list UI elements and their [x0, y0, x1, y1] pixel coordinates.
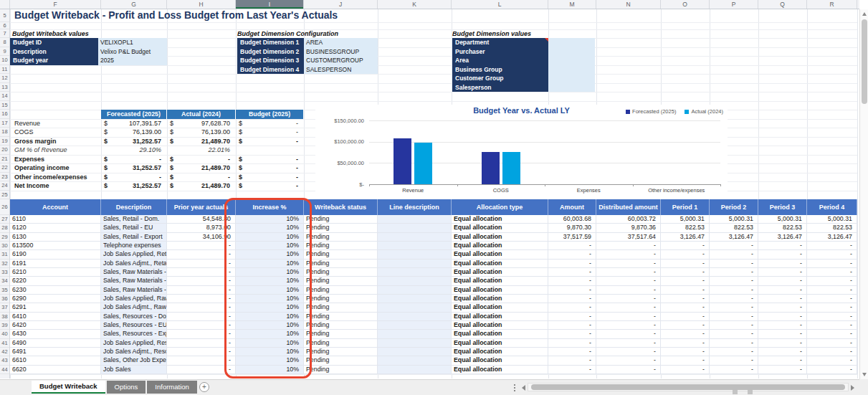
row-header[interactable]: 9 [0, 47, 9, 57]
row-header[interactable]: 32 [0, 260, 9, 268]
cell-period-4[interactable]: - [807, 339, 857, 348]
cell-description[interactable]: Sales, Resources - Dom [101, 313, 167, 321]
cell-prior-year[interactable]: - [167, 242, 236, 250]
summary-header-budget[interactable]: Budget (2025) [236, 110, 304, 119]
summary-budget-cell[interactable] [236, 146, 304, 155]
cell-increase[interactable]: 10% [236, 277, 304, 285]
cell-period-1[interactable]: - [661, 339, 710, 348]
row-header[interactable]: 42 [0, 348, 9, 356]
cell-description[interactable]: Sales, Retail - Dom. [101, 215, 167, 224]
cell-account[interactable]: 6220 [10, 277, 101, 285]
scroll-left-icon[interactable] [522, 385, 525, 391]
cell-distributed-amount[interactable]: - [596, 295, 661, 303]
cell-writeback-status[interactable]: Pending [304, 313, 378, 321]
cell-line-description[interactable] [378, 303, 452, 312]
cell-allocation-type[interactable]: Equal allocation [452, 348, 548, 356]
cell-line-description[interactable] [378, 356, 452, 365]
cell-period-2[interactable]: - [710, 303, 758, 312]
cell-period-3[interactable]: - [758, 295, 807, 303]
col-header-period-1[interactable]: Period 1 [661, 199, 710, 215]
cell-account[interactable]: 6491 [10, 348, 101, 356]
cell-period-1[interactable]: - [661, 330, 710, 338]
cell-period-3[interactable]: 822.53 [758, 224, 807, 232]
cell-distributed-amount[interactable]: - [596, 321, 661, 330]
cell-period-3[interactable]: - [758, 339, 807, 348]
cell-amount[interactable]: - [548, 242, 596, 250]
cell-prior-year[interactable]: - [167, 313, 236, 321]
cell-allocation-type[interactable]: Equal allocation [452, 356, 548, 365]
cell-description[interactable]: Job Sales [101, 366, 167, 374]
cell-account[interactable]: 6110 [10, 215, 101, 224]
cell-period-2[interactable]: - [710, 348, 758, 356]
cell-writeback-status[interactable]: Pending [304, 215, 378, 224]
cell-period-2[interactable]: - [710, 277, 758, 285]
summary-forecast-cell[interactable]: $31,252.57 [101, 181, 167, 191]
column-header[interactable]: L [452, 0, 548, 9]
field-value-cell[interactable]: SALESPERSON [304, 65, 378, 75]
cell-line-description[interactable] [378, 250, 452, 259]
section-title-dimension-config[interactable]: Budget Dimension Configuration [237, 30, 338, 38]
dimension-value-input-cell[interactable] [548, 47, 595, 57]
column-header[interactable]: G [101, 0, 167, 9]
cell-line-description[interactable] [378, 260, 452, 268]
col-header-allocation-type[interactable]: Allocation type [452, 199, 548, 215]
row-header[interactable]: 30 [0, 242, 9, 250]
cell-increase[interactable]: 10% [236, 215, 304, 224]
cell-prior-year[interactable]: - [167, 250, 236, 259]
cell-writeback-status[interactable]: Pending [304, 250, 378, 259]
cell-increase[interactable]: 10% [236, 313, 304, 321]
cell-period-4[interactable]: - [807, 242, 857, 250]
field-label-cell[interactable]: Budget Dimension 2 [237, 47, 304, 57]
cell-period-4[interactable]: - [807, 260, 857, 268]
cell-increase[interactable]: 10% [236, 356, 304, 365]
column-header[interactable]: N [596, 0, 661, 9]
summary-row-label[interactable]: COGS [10, 128, 101, 137]
row-header[interactable]: 19 [0, 137, 9, 146]
cell-line-description[interactable] [378, 268, 452, 277]
summary-row-label[interactable]: Other income/expenses [10, 173, 101, 182]
row-header[interactable]: 28 [0, 224, 9, 232]
sheet-tab[interactable]: Information [147, 381, 197, 394]
col-header-increase[interactable]: Increase % [236, 199, 304, 215]
cell-period-3[interactable]: - [758, 268, 807, 277]
cell-period-2[interactable]: 5,000.31 [710, 215, 758, 224]
cell-period-4[interactable]: 5,000.31 [807, 215, 857, 224]
cell-distributed-amount[interactable]: 37,517.64 [596, 233, 661, 242]
cell-period-1[interactable]: - [661, 260, 710, 268]
cell-description[interactable]: Sales, Raw Materials - D [101, 268, 167, 277]
row-header[interactable]: 44 [0, 366, 9, 374]
dimension-value-label-cell[interactable]: Area [452, 56, 548, 65]
cell-distributed-amount[interactable]: - [596, 260, 661, 268]
field-label-cell[interactable]: Budget year [10, 56, 98, 65]
cell-period-3[interactable]: - [758, 303, 807, 312]
row-header[interactable]: 29 [0, 233, 9, 242]
cell-line-description[interactable] [378, 366, 452, 374]
cell-prior-year[interactable]: - [167, 339, 236, 348]
col-header-prior-year[interactable]: Prior year actuals [167, 199, 236, 215]
row-header[interactable]: 13 [0, 83, 9, 92]
cell-period-4[interactable]: - [807, 348, 857, 356]
cell-period-4[interactable]: - [807, 330, 857, 338]
cell-account[interactable]: 6610 [10, 356, 101, 365]
summary-budget-cell[interactable]: $- [236, 173, 304, 182]
dimension-value-input-cell[interactable] [548, 56, 595, 65]
cell-distributed-amount[interactable]: - [596, 366, 661, 374]
cell-period-4[interactable]: - [807, 313, 857, 321]
summary-header-forecasted[interactable]: Forecasted (2025) [101, 110, 167, 119]
cell-description[interactable]: Sales, Other Job Expens [101, 356, 167, 365]
cell-distributed-amount[interactable]: - [596, 242, 661, 250]
cell-period-4[interactable]: - [807, 277, 857, 285]
cell-distributed-amount[interactable]: 9,870.36 [596, 224, 661, 232]
summary-actual-cell[interactable]: $- [167, 155, 236, 164]
cell-period-4[interactable]: - [807, 295, 857, 303]
field-label-cell[interactable]: Budget Dimension 4 [237, 65, 304, 75]
tab-scroll-divider[interactable] [514, 384, 515, 391]
field-value-cell[interactable]: CUSTOMERGROUP [304, 56, 378, 65]
field-label-cell[interactable]: Description [10, 47, 98, 57]
cell-description[interactable]: Job Sales Adjmt., Resou [101, 348, 167, 356]
row-header[interactable]: 11 [0, 65, 9, 75]
cell-account[interactable]: 6230 [10, 286, 101, 295]
row-header[interactable]: 20 [0, 146, 9, 155]
col-header-writeback-status[interactable]: Writeback status [304, 199, 378, 215]
row-header[interactable]: 22 [0, 163, 9, 173]
